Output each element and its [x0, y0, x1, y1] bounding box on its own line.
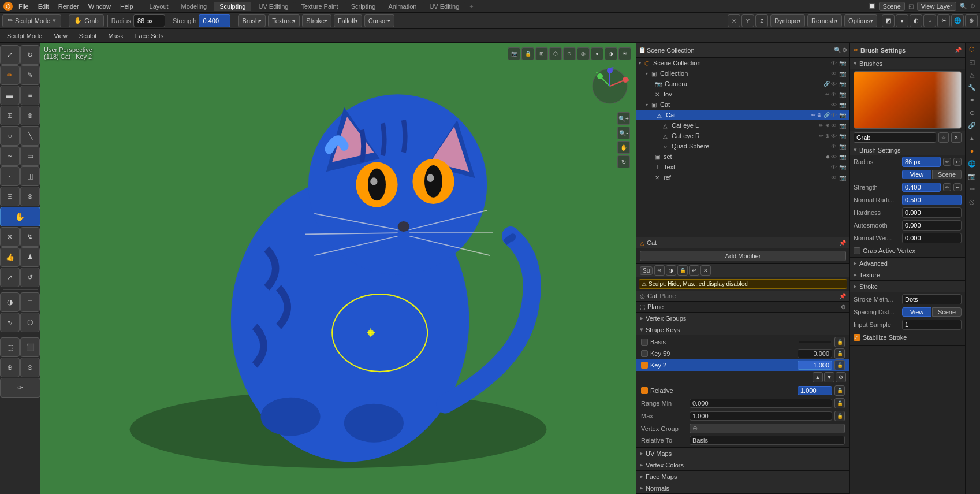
relative-checkbox[interactable] [641, 387, 648, 394]
ref-camera[interactable]: 📷 [838, 174, 847, 181]
zoom-out-btn[interactable]: 🔍- [617, 127, 630, 139]
shape-key-2-row[interactable]: Key 2 1.000 🔒 [636, 359, 849, 371]
stroke-dropdown[interactable]: Stroke [302, 14, 331, 27]
menu-window[interactable]: Window [84, 2, 115, 11]
tool-pose[interactable]: ♟ [20, 247, 40, 267]
nav-lock[interactable]: 🔒 [521, 47, 534, 60]
subbar-view[interactable]: View [51, 31, 70, 40]
nav-zoom-region[interactable]: ⊞ [535, 47, 548, 60]
tab-layout[interactable]: Layout [144, 2, 174, 11]
modifier-icon-4[interactable]: ↩ [689, 265, 699, 276]
brush-name-btn-1[interactable]: ☆ [938, 132, 949, 143]
tool-snake-hook[interactable]: ↯ [20, 227, 40, 247]
cursor-dropdown[interactable]: Cursor [364, 14, 394, 27]
range-min-lock[interactable]: 🔒 [834, 398, 845, 408]
options-dropdown[interactable]: Options [844, 14, 877, 27]
tool-plane-1[interactable]: ⬚ [0, 337, 20, 357]
radius-value-text[interactable]: 86 px [137, 17, 153, 24]
shape-key-scroll-up[interactable]: ▲ [813, 372, 823, 382]
viewport-pie[interactable]: ○ [923, 14, 936, 27]
key59-lock[interactable]: 🔒 [834, 348, 845, 359]
tool-extra-1[interactable]: ⊕ [0, 358, 20, 377]
add-modifier-btn[interactable]: Add Modifier [640, 251, 846, 261]
side-icon-scene-2[interactable]: 📷 [966, 170, 978, 183]
scene-eye[interactable]: 👁 [830, 60, 838, 66]
plane-settings[interactable]: ⚙ [841, 304, 846, 310]
menu-render[interactable]: Render [54, 2, 84, 11]
pan-btn[interactable]: ✋ [617, 141, 630, 154]
advanced-section-header[interactable]: ▸ Advanced [850, 258, 965, 269]
basis-lock[interactable]: 🔒 [834, 337, 845, 347]
set-camera[interactable]: 📷 [838, 154, 847, 160]
tool-box-mask[interactable]: □ [20, 292, 40, 312]
subbar-mask[interactable]: Mask [106, 31, 125, 40]
brush-pin[interactable]: 📌 [955, 47, 962, 53]
collection-eye[interactable]: 👁 [830, 70, 838, 77]
autosmooth-value[interactable]: 0.000 [902, 220, 962, 231]
text-camera[interactable]: 📷 [838, 164, 847, 170]
tool-rotate[interactable]: ↻ [20, 45, 40, 65]
vertex-group-value[interactable]: ⊕ [690, 424, 845, 433]
remesh-dropdown[interactable]: Remesh [807, 14, 842, 27]
spacing-scene[interactable]: Scene [932, 307, 962, 317]
subbar-sculpt-mode[interactable]: Sculpt Mode [5, 31, 44, 40]
strength-prop-value[interactable]: 0.400 [902, 183, 941, 192]
fov-render[interactable]: 📷 [838, 91, 847, 98]
y-btn[interactable]: Y [741, 14, 754, 27]
range-min-value[interactable]: 0.000 [690, 399, 832, 408]
scene-selector[interactable]: Scene [879, 2, 905, 11]
outliner-item-collection[interactable]: ▾ ▣ Collection 👁 📷 [636, 68, 849, 79]
viewport-3d[interactable]: User Perspective (118) Cat : Key 2 📷 🔒 ⊞… [40, 43, 636, 494]
camera-eye[interactable]: 👁 [830, 81, 838, 87]
side-icon-2[interactable]: ◎ [966, 195, 978, 208]
max-value[interactable]: 1.000 [690, 411, 832, 421]
face-maps-header[interactable]: ▸ Face Maps [636, 471, 849, 482]
xray-btn[interactable]: X [728, 14, 740, 27]
modifier-mode-btn[interactable]: Su [640, 266, 653, 275]
fov-eye[interactable]: 👁 [830, 91, 838, 98]
brushes-section-header[interactable]: ▾ Brushes [850, 58, 965, 69]
modifier-icon-5[interactable]: ✕ [700, 265, 711, 276]
orbit-btn[interactable]: ↻ [617, 155, 630, 168]
tool-clay-strips[interactable]: ≡ [20, 86, 40, 105]
brush-settings-header[interactable]: ▾ Brush Settings [850, 144, 965, 155]
cat-group-eye[interactable]: 👁 [830, 102, 838, 108]
nav-xray[interactable]: ◎ [577, 47, 590, 60]
menu-edit[interactable]: Edit [33, 2, 54, 11]
relative-lock[interactable]: 🔒 [834, 385, 845, 396]
cat-eye-r-camera[interactable]: 📷 [838, 133, 847, 139]
texture-dropdown[interactable]: Texture [268, 14, 300, 27]
tab-scripting[interactable]: Scripting [345, 2, 382, 11]
z-btn[interactable]: Z [755, 14, 768, 27]
tab-sculpting[interactable]: Sculpting [214, 2, 251, 11]
viewport-shade[interactable]: ● [896, 14, 908, 27]
tool-move[interactable]: ⤢ [0, 45, 20, 65]
outliner-item-scene-collection[interactable]: ▾ ⬡ Scene Collection 👁 📷 [636, 58, 849, 68]
tool-extra-2[interactable]: ⊙ [20, 358, 40, 377]
tool-scrape[interactable]: ◫ [20, 166, 40, 186]
view-layer-selector[interactable]: View Layer [917, 2, 956, 11]
nav-solid[interactable]: ● [591, 47, 603, 60]
cat-mesh-eye[interactable]: 👁 [830, 112, 838, 118]
key2-value[interactable]: 1.000 [798, 361, 832, 370]
tool-nudge[interactable]: ↗ [0, 268, 20, 287]
tool-crease[interactable]: ╲ [20, 126, 40, 146]
radius-unit-view[interactable]: View [902, 170, 931, 179]
outliner-item-ref[interactable]: ✕ ref 👁 📷 [636, 172, 849, 183]
nav-material[interactable]: ◑ [605, 47, 617, 60]
ref-eye[interactable]: 👁 [830, 174, 838, 181]
stroke-section-header[interactable]: ▸ Stroke [850, 281, 965, 292]
cat-eye-l-camera[interactable]: 📷 [838, 122, 847, 129]
shape-key-scroll-down[interactable]: ▼ [824, 372, 834, 382]
input-sample-value[interactable]: 1 [902, 320, 962, 330]
spacing-view[interactable]: View [902, 307, 931, 317]
vertex-colors-header[interactable]: ▸ Vertex Colors [636, 459, 849, 470]
nav-rendered[interactable]: ☀ [618, 47, 631, 60]
tool-pinch[interactable]: ⊛ [20, 187, 40, 206]
radius-reset-btn[interactable]: ↩ [953, 158, 962, 166]
hdri[interactable]: 🌐 [951, 14, 964, 27]
stabilize-checkbox[interactable]: ✓ [854, 334, 860, 341]
nav-camera[interactable]: 📷 [508, 47, 520, 60]
hardness-value[interactable]: 0.000 [902, 207, 962, 218]
key2-lock[interactable]: 🔒 [834, 360, 845, 370]
